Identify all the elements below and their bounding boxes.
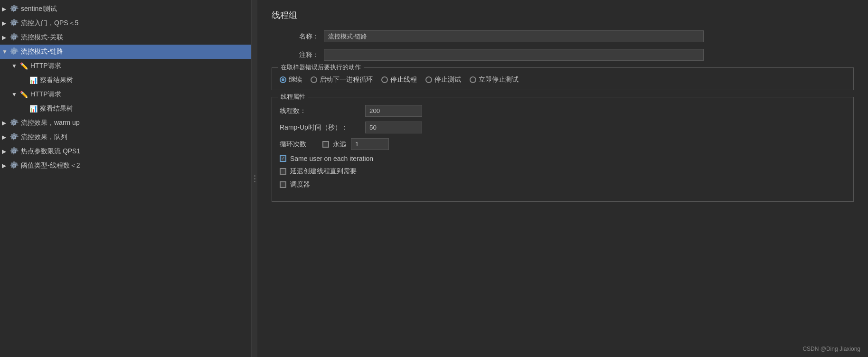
sidebar-label-sentinel-test: sentinel测试	[21, 5, 247, 13]
radio-label-continue: 继续	[289, 75, 302, 84]
arrow-http-request-2: ▼	[11, 91, 19, 98]
sidebar-item-sentinel-test[interactable]: ▶ sentinel测试	[0, 2, 251, 16]
gear-icon	[9, 19, 19, 28]
same-user-label: Same user on each iteration	[290, 155, 373, 162]
radio-circle-stop-thread	[381, 76, 388, 83]
main-content: 线程组 名称： 注释： 在取样器错误后要执行的动作 继续启动下一进程循环停止线程…	[257, 0, 868, 357]
radio-stop-test-now[interactable]: 立即停止测试	[470, 75, 519, 84]
drag-dot-3	[254, 181, 255, 182]
sidebar-label-view-tree-2: 察看结果树	[40, 104, 247, 113]
radio-circle-stop-test-now	[470, 76, 476, 83]
gear-icon	[9, 118, 19, 128]
arrow-flow-mode-chain: ▼	[2, 48, 9, 55]
brush-icon: ✏️	[19, 61, 28, 71]
radio-stop-test[interactable]: 停止测试	[425, 75, 461, 84]
radio-circle-stop-test	[425, 76, 432, 83]
sidebar-label-flow-mode-chain: 流控模式-链路	[21, 47, 247, 56]
thread-props-title: 线程属性	[278, 93, 308, 101]
drag-dot-1	[254, 175, 255, 177]
sidebar-item-http-request-1[interactable]: ▼✏️HTTP请求	[0, 59, 251, 73]
delay-create-checkbox[interactable]	[280, 168, 286, 175]
gear-icon	[9, 4, 19, 14]
sidebar-item-view-tree-2[interactable]: 📊察看结果树	[0, 102, 251, 116]
ramp-up-label: Ramp-Up时间（秒）：	[280, 123, 365, 132]
radio-circle-continue	[280, 76, 286, 83]
forever-checkbox[interactable]	[322, 141, 329, 148]
name-row: 名称：	[272, 30, 854, 42]
sampler-error-group: 在取样器错误后要执行的动作 继续启动下一进程循环停止线程停止测试立即停止测试	[272, 67, 854, 90]
radio-stop-thread[interactable]: 停止线程	[381, 75, 417, 84]
sidebar-label-hotspot-limit: 热点参数限流 QPS1	[21, 147, 247, 156]
sidebar-item-threshold-thread[interactable]: ▶ 阈值类型-线程数＜2	[0, 159, 251, 173]
watermark: CSDN @Ding Jiaxiong	[802, 346, 860, 352]
gear-icon	[9, 161, 19, 170]
sidebar-label-flow-entry: 流控入门，QPS＜5	[21, 19, 247, 28]
name-label: 名称：	[272, 32, 324, 41]
sidebar-label-threshold-thread: 阈值类型-线程数＜2	[21, 161, 247, 170]
gear-icon	[9, 33, 19, 42]
sampler-error-title: 在取样器错误后要执行的动作	[278, 63, 364, 72]
arrow-threshold-thread: ▶	[2, 162, 9, 169]
loop-count-label: 循环次数	[280, 140, 318, 149]
drag-handle[interactable]	[252, 0, 257, 357]
ramp-up-row: Ramp-Up时间（秒）：	[280, 122, 846, 133]
arrow-flow-entry: ▶	[2, 20, 9, 27]
sidebar-item-hotspot-limit[interactable]: ▶ 热点参数限流 QPS1	[0, 144, 251, 159]
arrow-sentinel-test: ▶	[2, 6, 9, 12]
chart-icon: 📊	[28, 104, 38, 113]
brush-icon: ✏️	[19, 90, 28, 99]
radio-continue[interactable]: 继续	[280, 75, 302, 84]
sidebar-label-flow-queue: 流控效果，队列	[21, 133, 247, 141]
arrow-http-request-1: ▼	[11, 63, 19, 69]
gear-icon	[9, 132, 19, 142]
radio-label-stop-test-now: 立即停止测试	[479, 75, 519, 84]
gear-icon	[9, 47, 19, 56]
delay-create-item[interactable]: 延迟创建线程直到需要	[280, 167, 846, 176]
arrow-flow-queue: ▶	[2, 134, 9, 141]
sidebar-label-view-tree-1: 察看结果树	[40, 76, 247, 85]
drag-dot-2	[254, 178, 255, 179]
sidebar-label-http-request-2: HTTP请求	[30, 90, 247, 99]
sidebar-item-flow-queue[interactable]: ▶ 流控效果，队列	[0, 130, 251, 144]
sidebar: ▶ sentinel测试▶ 流控入门，QPS＜5▶ 流控模式-关联▼ 流控模式-…	[0, 0, 252, 357]
same-user-checkbox[interactable]	[280, 155, 286, 162]
thread-count-row: 线程数：	[280, 105, 846, 117]
same-user-item[interactable]: Same user on each iteration	[280, 155, 846, 162]
arrow-flow-mode-related: ▶	[2, 34, 9, 41]
sidebar-item-view-tree-1[interactable]: 📊察看结果树	[0, 73, 251, 87]
sidebar-item-flow-warmup[interactable]: ▶ 流控效果，warm up	[0, 116, 251, 130]
scheduler-label: 调度器	[290, 180, 310, 189]
thread-props-group: 线程属性 线程数： Ramp-Up时间（秒）： 循环次数 永远 Same use…	[272, 97, 854, 202]
thread-count-label: 线程数：	[280, 107, 365, 115]
sidebar-item-flow-mode-chain[interactable]: ▼ 流控模式-链路	[0, 45, 251, 59]
arrow-hotspot-limit: ▶	[2, 148, 9, 155]
ramp-up-input[interactable]	[365, 122, 422, 133]
radio-label-stop-test: 停止测试	[434, 75, 461, 84]
radio-group: 继续启动下一进程循环停止线程停止测试立即停止测试	[280, 74, 846, 84]
forever-checkbox-item[interactable]: 永远	[322, 140, 346, 149]
arrow-flow-warmup: ▶	[2, 120, 9, 126]
comment-input[interactable]	[324, 49, 704, 61]
thread-count-input[interactable]	[365, 105, 422, 117]
gear-icon	[9, 147, 19, 156]
comment-label: 注释：	[272, 51, 324, 59]
scheduler-checkbox[interactable]	[280, 181, 286, 188]
sidebar-item-flow-entry[interactable]: ▶ 流控入门，QPS＜5	[0, 16, 251, 30]
sidebar-label-flow-mode-related: 流控模式-关联	[21, 33, 247, 42]
sidebar-item-http-request-2[interactable]: ▼✏️HTTP请求	[0, 87, 251, 102]
page-title: 线程组	[272, 9, 854, 21]
forever-label: 永远	[333, 140, 346, 149]
scheduler-item[interactable]: 调度器	[280, 180, 846, 189]
sidebar-label-flow-warmup: 流控效果，warm up	[21, 119, 247, 127]
radio-start-next-loop[interactable]: 启动下一进程循环	[311, 75, 373, 84]
loop-count-row: 循环次数 永远	[280, 138, 846, 150]
name-input[interactable]	[324, 30, 704, 42]
radio-label-stop-thread: 停止线程	[390, 75, 417, 84]
radio-label-start-next-loop: 启动下一进程循环	[320, 75, 373, 84]
loop-count-input[interactable]	[351, 138, 389, 150]
sidebar-item-flow-mode-related[interactable]: ▶ 流控模式-关联	[0, 30, 251, 45]
delay-create-label: 延迟创建线程直到需要	[290, 167, 357, 176]
radio-circle-start-next-loop	[311, 76, 317, 83]
sidebar-label-http-request-1: HTTP请求	[30, 62, 247, 70]
chart-icon: 📊	[28, 75, 38, 85]
